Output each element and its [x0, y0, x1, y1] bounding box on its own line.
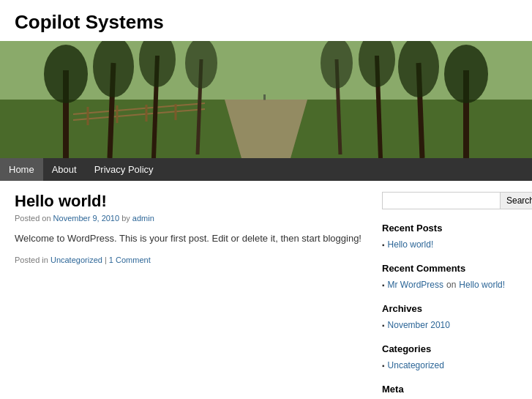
comment-author-link[interactable]: Mr WordPress	[388, 280, 443, 290]
list-item: Uncategorized	[382, 359, 517, 372]
svg-point-19	[444, 45, 488, 103]
recent-post-link-1[interactable]: Hello world!	[388, 239, 434, 250]
recent-posts-list: Hello world!	[382, 238, 517, 251]
search-input[interactable]	[382, 192, 501, 209]
post-footer: Posted in Uncategorized | 1 Comment	[15, 256, 367, 264]
recent-posts-title: Recent Posts	[382, 223, 517, 234]
meta-widget: Meta Log in Entries RSS Comments RSS Wor…	[382, 384, 517, 399]
categories-list: Uncategorized	[382, 359, 517, 372]
post: Hello world! Posted on November 9, 2010 …	[15, 192, 367, 264]
archives-list: November 2010	[382, 318, 517, 332]
post-meta: Posted on November 9, 2010 by admin	[15, 214, 367, 223]
main-content: Hello world! Posted on November 9, 2010 …	[15, 192, 367, 399]
nav-link-privacy[interactable]: Privacy Policy	[86, 158, 162, 181]
post-comments-link[interactable]: 1 Comment	[109, 256, 151, 264]
banner-image	[0, 41, 532, 158]
list-item: Hello world!	[382, 238, 517, 251]
meta-title: Meta	[382, 384, 517, 395]
list-item: November 2010	[382, 318, 517, 332]
search-button[interactable]: Search	[501, 192, 532, 209]
navigation: Home About Privacy Policy	[0, 158, 532, 181]
post-title: Hello world!	[15, 192, 367, 211]
archive-link-1[interactable]: November 2010	[388, 320, 450, 330]
list-item: Mr WordPress on Hello world!	[382, 278, 517, 291]
nav-link-about[interactable]: About	[43, 158, 86, 181]
nav-item-home[interactable]: Home	[0, 158, 43, 181]
posted-on-label: Posted on	[15, 214, 51, 223]
recent-comments-widget: Recent Comments Mr WordPress on Hello wo…	[382, 263, 517, 291]
recent-comments-list: Mr WordPress on Hello world!	[382, 278, 517, 291]
svg-rect-26	[263, 94, 266, 100]
post-category-link[interactable]: Uncategorized	[50, 256, 102, 264]
svg-point-11	[44, 45, 88, 103]
by-label: by	[121, 214, 130, 223]
recent-posts-widget: Recent Posts Hello world!	[382, 223, 517, 251]
archives-title: Archives	[382, 303, 517, 314]
post-body: Welcome to WordPress. This is your first…	[15, 231, 367, 247]
categories-title: Categories	[382, 343, 517, 354]
archives-widget: Archives November 2010	[382, 303, 517, 332]
nav-item-privacy[interactable]: Privacy Policy	[86, 158, 162, 181]
post-date-link[interactable]: November 9, 2010	[53, 214, 120, 223]
post-author-link[interactable]: admin	[132, 214, 154, 223]
posted-in-label: Posted in	[15, 256, 48, 264]
recent-comments-title: Recent Comments	[382, 263, 517, 274]
comment-post-link[interactable]: Hello world!	[459, 280, 505, 290]
footer-separator: |	[105, 256, 107, 264]
comment-on-label: on	[446, 280, 456, 290]
nav-item-about[interactable]: About	[43, 158, 86, 181]
search-widget: Search	[382, 192, 517, 209]
sidebar: Search Recent Posts Hello world! Recent …	[382, 192, 517, 399]
site-title: Copilot Systems	[15, 11, 517, 34]
categories-widget: Categories Uncategorized	[382, 343, 517, 372]
category-link-1[interactable]: Uncategorized	[388, 360, 444, 370]
nav-link-home[interactable]: Home	[0, 158, 43, 181]
